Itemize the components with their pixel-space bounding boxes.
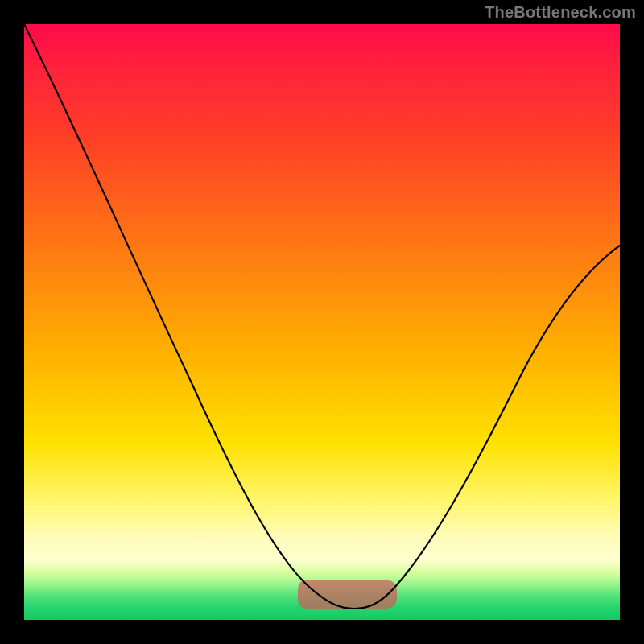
watermark-text: TheBottleneck.com (485, 3, 636, 22)
chart-stage: TheBottleneck.com (0, 0, 644, 644)
chart-curve-layer (24, 24, 620, 620)
bottleneck-curve (24, 24, 620, 609)
valley-highlight-blob (298, 580, 397, 609)
